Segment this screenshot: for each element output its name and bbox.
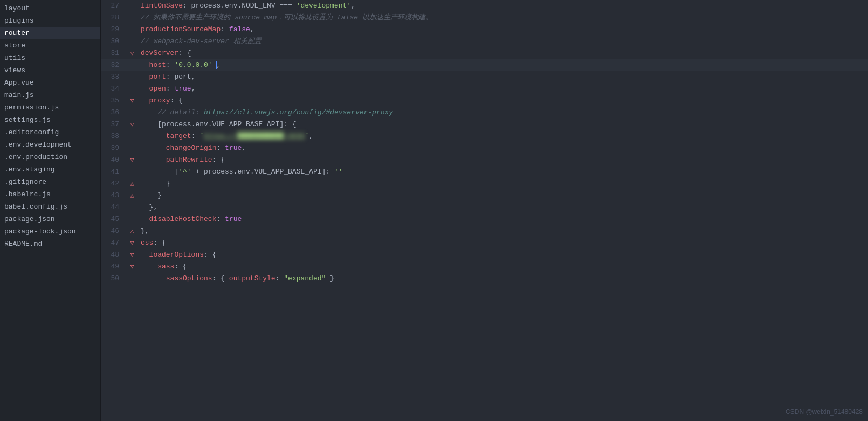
sidebar-item-packagejson[interactable]: package.json — [0, 213, 100, 225]
code-line-34: 34 open: true, — [101, 83, 868, 95]
line-number: 36 — [101, 107, 128, 119]
line-number: 27 — [101, 0, 128, 12]
line-number: 29 — [101, 24, 128, 36]
code-content: ['^' + process.env.VUE_APP_BASE_API]: '' — [136, 166, 868, 178]
code-content: disableHostCheck: true — [136, 213, 868, 225]
code-line-29: 29productionSourceMap: false, — [101, 24, 868, 36]
gutter-icon: ▽ — [128, 119, 136, 130]
code-line-30: 30// webpack-dev-server 相关配置 — [101, 36, 868, 47]
sidebar-item-editorconfig[interactable]: .editorconfig — [0, 126, 100, 139]
line-number: 33 — [101, 71, 128, 83]
line-number: 35 — [101, 95, 128, 107]
code-line-40: 40▽ pathRewrite: { — [101, 154, 868, 166]
line-number: 46 — [101, 225, 128, 237]
code-content: [process.env.VUE_APP_BASE_API]: { — [136, 119, 868, 130]
code-content: } — [136, 178, 868, 190]
code-line-28: 28// 如果你不需要生产环境的 source map，可以将其设置为 fals… — [101, 12, 868, 24]
gutter-icon: △ — [128, 178, 136, 190]
line-number: 34 — [101, 83, 128, 95]
code-content: changeOrigin: true, — [136, 142, 868, 154]
line-number: 31 — [101, 47, 128, 59]
code-content: proxy: { — [136, 95, 868, 107]
line-number: 41 — [101, 166, 128, 178]
code-line-35: 35▽ proxy: { — [101, 95, 868, 107]
line-number: 47 — [101, 237, 128, 249]
code-line-27: 27lintOnSave: process.env.NODE_ENV === '… — [101, 0, 868, 12]
sidebar-item-settingsjs[interactable]: settings.js — [0, 114, 100, 126]
gutter-icon: ▽ — [128, 47, 136, 59]
code-line-44: 44 }, — [101, 202, 868, 213]
code-content: } — [136, 190, 868, 202]
sidebar-item-env-production[interactable]: .env.production — [0, 151, 100, 163]
line-number: 48 — [101, 249, 128, 261]
code-line-38: 38 target: `https://███████████:9898`, — [101, 130, 868, 142]
gutter-icon: △ — [128, 225, 136, 237]
code-line-46: 46△}, — [101, 225, 868, 237]
sidebar-item-packagelockjson[interactable]: package-lock.json — [0, 225, 100, 238]
code-line-49: 49▽ sass: { — [101, 261, 868, 273]
sidebar-item-env-staging[interactable]: .env.staging — [0, 163, 100, 176]
sidebar-item-views[interactable]: views — [0, 64, 100, 77]
code-line-33: 33 port: port, — [101, 71, 868, 83]
sidebar-item-plugins[interactable]: plugins — [0, 15, 100, 27]
code-content: sass: { — [136, 261, 868, 273]
code-line-43: 43△ } — [101, 190, 868, 202]
sidebar-item-readmemd[interactable]: README.md — [0, 238, 100, 250]
code-line-39: 39 changeOrigin: true, — [101, 142, 868, 154]
code-line-47: 47▽css: { — [101, 237, 868, 249]
sidebar-item-router[interactable]: router — [0, 27, 100, 39]
gutter-icon: ▽ — [128, 95, 136, 107]
sidebar-item-gitignore[interactable]: .gitignore — [0, 176, 100, 188]
sidebar-item-utils[interactable]: utils — [0, 52, 100, 64]
sidebar-item-babelrcjs[interactable]: .babelrc.js — [0, 188, 100, 201]
line-number: 44 — [101, 202, 128, 213]
code-content: lintOnSave: process.env.NODE_ENV === 'de… — [136, 0, 868, 12]
code-line-45: 45 disableHostCheck: true — [101, 213, 868, 225]
code-content: devServer: { — [136, 47, 868, 59]
gutter-icon: ▽ — [128, 154, 136, 166]
line-number: 50 — [101, 273, 128, 285]
sidebar-item-layout[interactable]: layout — [0, 2, 100, 15]
line-number: 28 — [101, 12, 128, 24]
code-content: host: '0.0.0.0' , — [136, 59, 868, 71]
code-line-48: 48▽ loaderOptions: { — [101, 249, 868, 261]
code-content: loaderOptions: { — [136, 249, 868, 261]
line-number: 40 — [101, 154, 128, 166]
sidebar-item-permissionjs[interactable]: permission.js — [0, 101, 100, 114]
line-number: 49 — [101, 261, 128, 273]
line-number: 42 — [101, 178, 128, 190]
sidebar-item-mainjs[interactable]: main.js — [0, 89, 100, 101]
line-number: 37 — [101, 119, 128, 130]
code-content: // webpack-dev-server 相关配置 — [136, 36, 868, 47]
code-content: target: `https://███████████:9898`, — [136, 130, 868, 142]
code-content: // 如果你不需要生产环境的 source map，可以将其设置为 false … — [136, 12, 868, 24]
code-editor: 27lintOnSave: process.env.NODE_ENV === '… — [101, 0, 868, 421]
line-number: 45 — [101, 213, 128, 225]
code-line-50: 50 sassOptions: { outputStyle: "expanded… — [101, 273, 868, 285]
code-content: // detail: https://cli.vuejs.org/config/… — [136, 107, 868, 119]
line-number: 43 — [101, 190, 128, 202]
sidebar-item-babel-config[interactable]: babel.config.js — [0, 201, 100, 213]
gutter-icon: △ — [128, 190, 136, 202]
code-line-32: 32 host: '0.0.0.0' , — [101, 59, 868, 71]
code-content: css: { — [136, 237, 868, 249]
line-number: 39 — [101, 142, 128, 154]
code-line-37: 37▽ [process.env.VUE_APP_BASE_API]: { — [101, 119, 868, 130]
code-content: }, — [136, 225, 868, 237]
code-line-42: 42△ } — [101, 178, 868, 190]
code-content: productionSourceMap: false, — [136, 24, 868, 36]
watermark: CSDN @weixin_51480428 — [786, 408, 863, 416]
code-content: sassOptions: { outputStyle: "expanded" } — [136, 273, 868, 285]
file-explorer[interactable]: layout plugins router store utils views … — [0, 0, 101, 421]
line-number: 30 — [101, 36, 128, 47]
line-number: 32 — [101, 59, 128, 71]
sidebar-item-env-development[interactable]: .env.development — [0, 139, 100, 151]
code-content: port: port, — [136, 71, 868, 83]
code-content: pathRewrite: { — [136, 154, 868, 166]
code-line-41: 41 ['^' + process.env.VUE_APP_BASE_API]:… — [101, 166, 868, 178]
code-line-31: 31▽devServer: { — [101, 47, 868, 59]
sidebar-item-store[interactable]: store — [0, 39, 100, 52]
gutter-icon: ▽ — [128, 261, 136, 273]
gutter-icon: ▽ — [128, 237, 136, 249]
sidebar-item-appvue[interactable]: App.vue — [0, 77, 100, 89]
